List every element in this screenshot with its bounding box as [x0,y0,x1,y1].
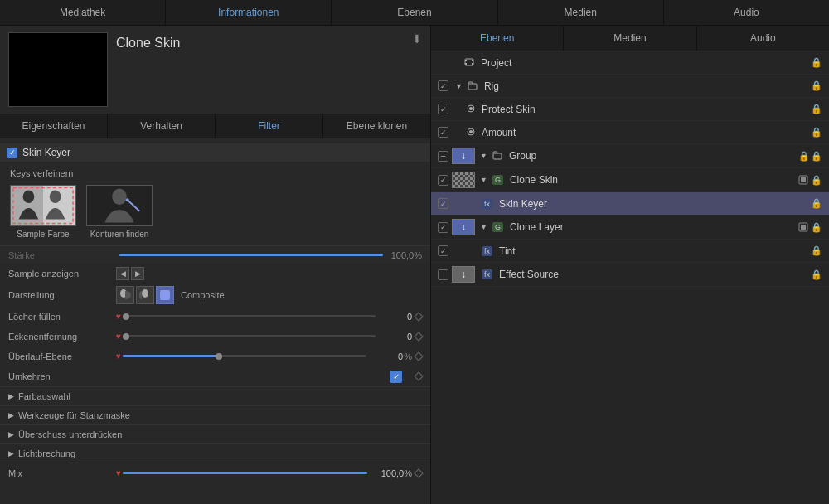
umkehren-keyframe[interactable] [414,371,423,380]
clone-layer-lock-icon[interactable]: 🔒 [811,222,822,233]
tint-checkbox[interactable] [438,245,448,256]
sample-label: Sample anzeigen [8,269,116,279]
ueberlauf-slider[interactable] [121,355,370,357]
effect-source-fx-icon: fx [482,269,492,279]
skin-keyer-checkbox[interactable] [7,148,17,158]
starke-slider[interactable] [119,254,383,256]
pin-button[interactable]: ⬇ [412,32,422,46]
tab-verhalten[interactable]: Verhalten [108,114,216,138]
rig-name: Rig [484,80,807,92]
amount-lock-icon[interactable]: 🔒 [811,127,822,138]
amount-checkbox[interactable] [438,127,448,138]
protect-skin-lock-icon[interactable]: 🔒 [811,104,822,114]
loecher-keyframe[interactable] [414,312,423,321]
tab-audio-top[interactable]: Audio [664,0,829,25]
tab-ebenen-right[interactable]: Ebenen [431,26,564,51]
preset-sample-farbe[interactable]: Sample-Farbe [10,185,76,239]
mix-row: Mix ♥ 100,0 % [0,463,430,482]
konturen-label: Konturen finden [90,230,149,239]
layer-row-effect-source[interactable]: ↓ fx Effect Source 🔒 [431,263,829,287]
ecken-value: 0 [379,332,412,342]
mix-keyframe[interactable] [414,468,423,477]
umkehren-label: Umkehren [8,371,116,381]
umkehren-checkbox[interactable] [390,371,402,383]
clone-layer-checkbox[interactable] [438,222,448,233]
darst-icon-1[interactable] [116,286,134,304]
layer-row-amount[interactable]: Amount 🔒 [431,121,829,144]
mix-label: Mix [8,468,116,478]
group-thumbnail: ↓ [452,148,475,164]
layer-row-project[interactable]: Project 🔒 [431,51,829,75]
project-lock-icon[interactable]: 🔒 [811,57,822,68]
darstellung-label: Darstellung [8,290,116,300]
loecher-fuellen-row: Löcher füllen ♥ 0 [0,307,430,327]
layer-row-protect-skin[interactable]: Protect Skin 🔒 [431,98,829,121]
lichtbrechung-arrow: ▶ [8,449,14,458]
darst-icon-3[interactable] [156,286,174,304]
ueberlauf-keyframe[interactable] [414,351,423,361]
sample-next-button[interactable]: ▶ [131,267,144,280]
loecher-value: 0 [379,312,412,322]
protect-skin-fx-icon [467,104,475,114]
layer-row-skin-keyer[interactable]: fx Skin Keyer 🔒 [431,192,829,216]
amount-fx-icon [467,128,475,138]
clone-layer-expand-icon[interactable]: ▼ [480,223,487,231]
sample-farbe-label: Sample-Farbe [17,230,69,239]
protect-skin-checkbox[interactable] [438,104,448,114]
layer-row-rig[interactable]: ▼ Rig 🔒 [431,75,829,98]
skin-keyer-layer-checkbox[interactable] [438,198,448,209]
effect-source-lock-icon[interactable]: 🔒 [811,269,822,280]
effect-source-checkbox[interactable] [438,269,448,280]
sample-prev-button[interactable]: ◀ [116,267,129,280]
ueberlauf-value: 0 [370,351,403,361]
ecken-slider[interactable] [121,335,379,337]
mix-slider[interactable] [121,472,371,474]
group-lock-icon-2[interactable]: 🔒 [811,151,822,162]
group-expand-icon[interactable]: ▼ [480,152,487,160]
tab-mediathek[interactable]: Mediathek [0,0,166,25]
project-film-icon [464,57,474,69]
group-lock-icon-1[interactable]: 🔒 [798,151,810,162]
tab-informationen[interactable]: Informationen [166,0,332,25]
keys-label: Keys verfeinern [10,168,420,178]
rig-checkbox[interactable] [438,80,448,91]
preset-konturen[interactable]: Konturen finden [86,185,153,239]
farbauswahl-toggle[interactable]: ▶ Farbauswahl [0,386,430,405]
tab-ebene-klonen[interactable]: Ebene klonen [323,114,430,138]
clone-skin-lock-icon[interactable]: 🔒 [811,175,822,186]
darstellung-row: Darstellung Composite [0,284,430,307]
rig-lock-icon[interactable]: 🔒 [811,80,822,91]
group-checkbox[interactable] [438,151,448,162]
clone-layer-thumbnail: ↓ [452,219,475,235]
loecher-slider[interactable] [121,315,379,317]
tab-filter[interactable]: Filter [216,114,323,138]
tab-medien-top[interactable]: Medien [498,0,664,25]
clone-skin-clone-icon: G [492,175,503,185]
ueberschuss-toggle[interactable]: ▶ Überschuss unterdrücken [0,424,430,443]
layer-row-clone-skin[interactable]: ▼ G Clone Skin 🔒 [431,168,829,192]
tab-audio-right[interactable]: Audio [697,26,829,51]
clone-skin-checkbox[interactable] [438,175,448,186]
layer-row-group[interactable]: ↓ ▼ Group 🔒 🔒 [431,144,829,168]
tint-lock-icon[interactable]: 🔒 [811,245,822,256]
ecken-label: Eckenentfernung [8,332,116,342]
werkzeuge-label: Werkzeuge für Stanzmaske [18,410,130,420]
tab-ebenen-top[interactable]: Ebenen [332,0,497,25]
skin-keyer-lock-icon[interactable]: 🔒 [811,198,822,209]
effect-source-thumbnail: ↓ [452,266,475,283]
rig-expand-icon[interactable]: ▼ [455,82,463,90]
clone-skin-expand-icon[interactable]: ▼ [480,176,487,184]
rig-folder-icon [468,80,478,92]
tab-eigenschaften[interactable]: Eigenschaften [0,114,108,138]
ecken-keyframe[interactable] [414,332,423,341]
skin-keyer-header: Skin Keyer [0,143,430,162]
layer-row-tint[interactable]: fx Tint 🔒 [431,240,829,263]
lichtbrechung-toggle[interactable]: ▶ Lichtbrechung [0,443,430,463]
darst-icon-2[interactable] [136,286,154,304]
svg-point-10 [142,289,148,298]
werkzeuge-arrow: ▶ [8,411,14,419]
tab-medien-right[interactable]: Medien [564,26,696,51]
svg-point-19 [469,107,473,110]
layer-row-clone-layer[interactable]: ↓ ▼ G Clone Layer 🔒 [431,216,829,240]
werkzeuge-toggle[interactable]: ▶ Werkzeuge für Stanzmaske [0,405,430,424]
